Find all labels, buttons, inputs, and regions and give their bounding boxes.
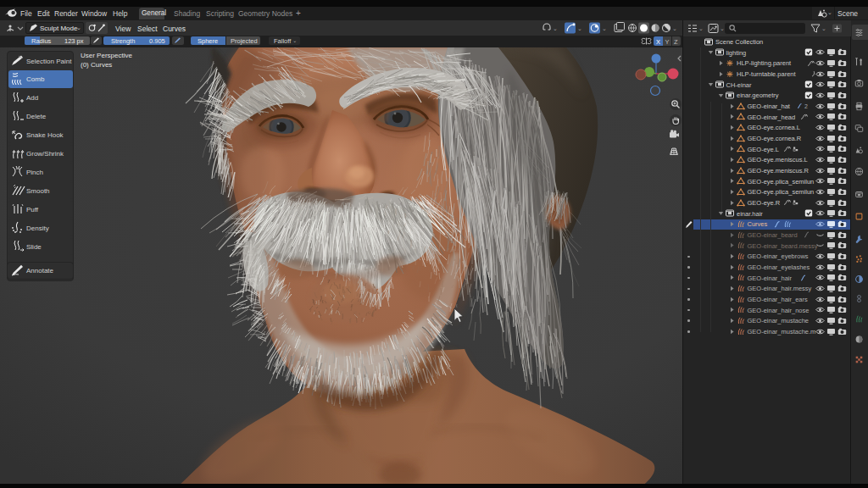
svg-text:2: 2 xyxy=(804,103,808,109)
svg-text:⌄: ⌄ xyxy=(577,25,582,31)
svg-text:⌄: ⌄ xyxy=(698,25,704,31)
svg-text:⌄: ⌄ xyxy=(720,25,725,31)
svg-text:⌄: ⌄ xyxy=(672,25,677,31)
svg-text:⌄: ⌄ xyxy=(602,25,607,31)
svg-text:⌄: ⌄ xyxy=(821,25,826,31)
svg-text:⌄: ⌄ xyxy=(553,25,558,31)
